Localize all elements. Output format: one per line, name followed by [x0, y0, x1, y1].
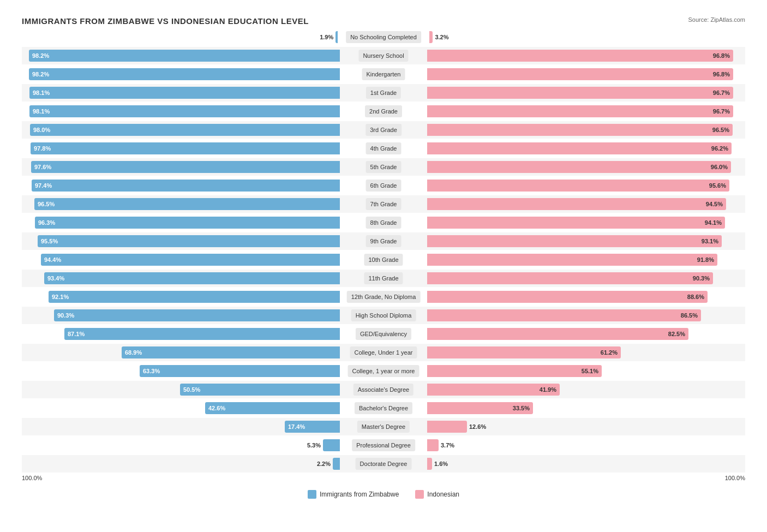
legend-box-zimbabwe — [308, 490, 316, 499]
chart-row: 50.5% Associate's Degree 41.9% — [22, 381, 745, 398]
axis-labels: 100.0% 100.0% — [22, 475, 745, 481]
chart-row: 97.6% 5th Grade 96.0% — [22, 158, 745, 176]
chart-row: 96.5% 7th Grade 94.5% — [22, 195, 745, 213]
center-label: No Schooling Completed — [346, 31, 421, 43]
chart-row: 90.3% High School Diploma 86.5% — [22, 307, 745, 324]
chart-row: 42.6% Bachelor's Degree 33.5% — [22, 399, 745, 417]
chart-title: IMMIGRANTS FROM ZIMBABWE VS INDONESIAN E… — [22, 16, 309, 26]
axis-right: 100.0% — [725, 475, 745, 481]
chart-row: 2.2% Doctorate Degree 1.6% — [22, 455, 745, 473]
center-label: Bachelor's Degree — [355, 402, 412, 414]
center-label: 11th Grade — [364, 272, 403, 284]
center-label: Professional Degree — [352, 439, 415, 451]
chart-row: 1.9% No Schooling Completed 3.2% — [22, 28, 745, 46]
center-label: 4th Grade — [366, 142, 402, 154]
center-label: College, 1 year or more — [348, 365, 420, 377]
chart-row: 97.8% 4th Grade 96.2% — [22, 140, 745, 157]
chart-row: 98.0% 3rd Grade 96.5% — [22, 121, 745, 139]
legend: Immigrants from Zimbabwe Indonesian — [22, 490, 745, 499]
center-label: 5th Grade — [366, 161, 402, 173]
center-label: Doctorate Degree — [356, 458, 412, 470]
center-label: 2nd Grade — [365, 105, 402, 117]
chart-row: 68.9% College, Under 1 year 61.2% — [22, 344, 745, 361]
chart-row: 93.4% 11th Grade 90.3% — [22, 270, 745, 287]
chart-row: 98.2% Nursery School 96.8% — [22, 47, 745, 64]
chart-row: 63.3% College, 1 year or more 55.1% — [22, 362, 745, 380]
chart-row: 95.5% 9th Grade 93.1% — [22, 232, 745, 250]
chart-area: 1.9% No Schooling Completed 3.2% 98.2% N… — [22, 28, 745, 473]
chart-row: 98.2% Kindergarten 96.8% — [22, 65, 745, 83]
center-label: Kindergarten — [362, 68, 405, 80]
center-label: 12th Grade, No Diploma — [347, 291, 421, 303]
chart-row: 98.1% 1st Grade 96.7% — [22, 84, 745, 101]
legend-label-indonesian: Indonesian — [427, 491, 459, 498]
center-label: Master's Degree — [357, 421, 410, 433]
legend-box-indonesian — [415, 490, 424, 499]
chart-row: 87.1% GED/Equivalency 82.5% — [22, 325, 745, 343]
center-label: Associate's Degree — [353, 384, 414, 396]
legend-zimbabwe: Immigrants from Zimbabwe — [308, 490, 399, 499]
center-label: 10th Grade — [364, 254, 403, 266]
chart-row: 92.1% 12th Grade, No Diploma 88.6% — [22, 288, 745, 306]
source-label: Source: ZipAtlas.com — [688, 16, 745, 23]
chart-row: 98.1% 2nd Grade 96.7% — [22, 103, 745, 120]
center-label: Nursery School — [358, 50, 408, 62]
axis-left: 100.0% — [22, 475, 42, 481]
chart-row: 17.4% Master's Degree 12.6% — [22, 418, 745, 435]
center-label: 1st Grade — [366, 87, 401, 99]
center-label: 7th Grade — [366, 198, 402, 210]
center-label: 6th Grade — [366, 180, 402, 192]
legend-indonesian: Indonesian — [415, 490, 459, 499]
center-label: 8th Grade — [366, 217, 402, 229]
chart-container: IMMIGRANTS FROM ZIMBABWE VS INDONESIAN E… — [11, 11, 756, 515]
center-label: GED/Equivalency — [356, 328, 411, 340]
center-label: College, Under 1 year — [350, 346, 417, 358]
chart-row: 96.3% 8th Grade 94.1% — [22, 214, 745, 231]
chart-row: 5.3% Professional Degree 3.7% — [22, 437, 745, 454]
center-label: High School Diploma — [351, 309, 416, 321]
chart-row: 97.4% 6th Grade 95.6% — [22, 177, 745, 194]
center-label: 9th Grade — [366, 235, 402, 247]
center-label: 3rd Grade — [365, 124, 402, 136]
chart-row: 94.4% 10th Grade 91.8% — [22, 251, 745, 268]
legend-label-zimbabwe: Immigrants from Zimbabwe — [320, 491, 399, 498]
